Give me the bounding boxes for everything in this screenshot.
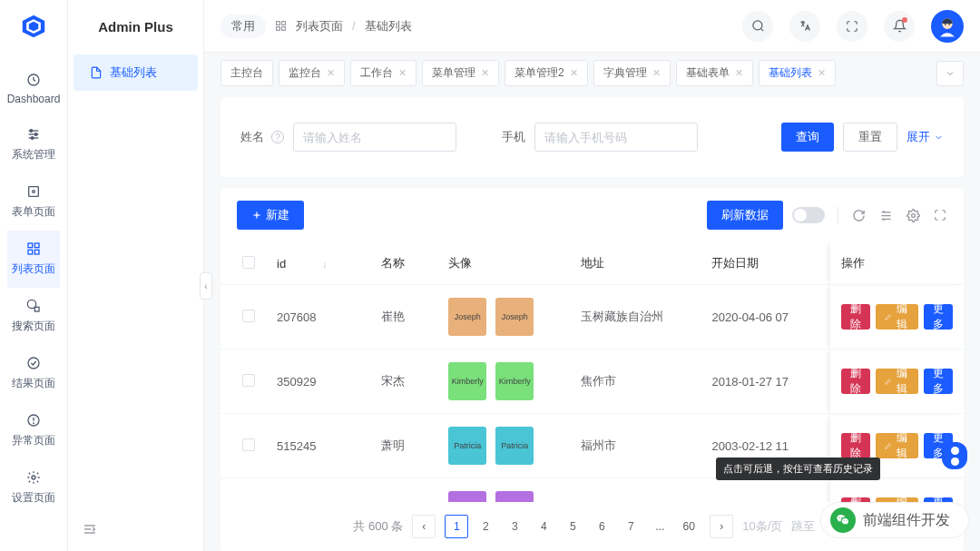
select-all-checkbox[interactable] xyxy=(242,256,255,269)
col-id[interactable]: id xyxy=(277,257,286,271)
notifications-button[interactable] xyxy=(884,11,915,42)
expand-link[interactable]: 展开 xyxy=(906,129,944,145)
row-checkbox[interactable] xyxy=(242,374,255,387)
collapse-handle[interactable]: ‹ xyxy=(200,272,212,300)
tab-6[interactable]: 基础表单✕ xyxy=(676,60,753,86)
avatar: Patricia xyxy=(495,427,534,465)
more-button[interactable]: 更多 xyxy=(924,304,953,330)
language-button[interactable] xyxy=(789,11,820,42)
rail-item-0[interactable]: Dashboard xyxy=(7,62,61,116)
close-icon[interactable]: ✕ xyxy=(818,67,826,79)
rail-item-4[interactable]: 搜索页面 xyxy=(7,288,61,345)
rail-item-2[interactable]: 表单页面 xyxy=(7,173,61,231)
tab-3[interactable]: 菜单管理✕ xyxy=(422,60,499,86)
sort-icon[interactable]: ↓ xyxy=(322,259,328,270)
close-icon[interactable]: ✕ xyxy=(735,67,743,79)
density-icon[interactable] xyxy=(878,208,893,222)
avatar: Patricia xyxy=(448,427,486,465)
close-icon[interactable]: ✕ xyxy=(398,67,407,79)
fullscreen-button[interactable] xyxy=(837,11,867,42)
avatar: Linda xyxy=(448,491,486,502)
col-date[interactable]: 开始日期 xyxy=(701,242,830,285)
query-button[interactable]: 查询 xyxy=(781,123,834,152)
result-icon xyxy=(26,356,41,370)
close-icon[interactable]: ✕ xyxy=(570,67,578,79)
page-4[interactable]: 4 xyxy=(532,515,555,538)
submenu-item-basic-list[interactable]: 基础列表 xyxy=(74,54,198,91)
page-7[interactable]: 7 xyxy=(619,515,642,538)
edit-button[interactable]: 编辑 xyxy=(876,369,918,394)
page-5[interactable]: 5 xyxy=(561,515,584,538)
tab-2[interactable]: 工作台✕ xyxy=(350,60,416,86)
prev-page-button[interactable]: ‹ xyxy=(412,515,436,538)
breadcrumb-chip[interactable]: 常用 xyxy=(220,15,266,38)
tab-0[interactable]: 主控台 xyxy=(220,60,273,86)
reset-button[interactable]: 重置 xyxy=(843,123,897,152)
per-page[interactable]: 10条/页 xyxy=(742,518,782,535)
cell-addr: 海口市 xyxy=(570,478,701,503)
svg-point-11 xyxy=(33,191,35,193)
auto-refresh-switch[interactable] xyxy=(792,207,825,223)
search-icon xyxy=(26,299,41,313)
grid-icon xyxy=(275,20,287,32)
delete-button[interactable]: 删除 xyxy=(841,304,870,330)
edit-button[interactable]: 编辑 xyxy=(876,304,918,330)
tabs: 主控台监控台✕工作台✕菜单管理✕菜单管理2✕字典管理✕基础表单✕基础列表✕ xyxy=(204,53,980,86)
page-60[interactable]: 60 xyxy=(677,515,701,538)
close-icon[interactable]: ✕ xyxy=(327,67,335,79)
next-page-button[interactable]: › xyxy=(710,515,733,538)
rail-item-5[interactable]: 结果页面 xyxy=(7,345,61,402)
close-icon[interactable]: ✕ xyxy=(652,67,661,79)
delete-button[interactable]: 删除 xyxy=(841,369,870,394)
submenu: Admin Plus 基础列表 ‹ xyxy=(68,0,204,551)
refresh-button[interactable]: 刷新数据 xyxy=(707,201,783,230)
svg-point-22 xyxy=(32,476,35,479)
row-checkbox[interactable] xyxy=(242,310,255,322)
tabs-more[interactable] xyxy=(936,61,964,86)
close-icon[interactable]: ✕ xyxy=(481,67,489,79)
settings-icon xyxy=(26,470,41,485)
tab-5[interactable]: 字典管理✕ xyxy=(593,60,671,86)
tab-4[interactable]: 菜单管理2✕ xyxy=(505,60,588,86)
fold-button[interactable] xyxy=(83,522,97,536)
tab-1[interactable]: 监控台✕ xyxy=(279,60,345,86)
user-avatar[interactable] xyxy=(931,10,964,43)
rail-item-3[interactable]: 列表页面 xyxy=(7,231,61,288)
more-button[interactable]: 更多 xyxy=(924,369,953,394)
svg-rect-12 xyxy=(28,243,33,248)
page-1[interactable]: 1 xyxy=(445,515,468,538)
help-icon[interactable]: ? xyxy=(271,131,284,143)
rail-item-1[interactable]: 系统管理 xyxy=(7,116,61,173)
delete-button[interactable]: 删除 xyxy=(841,433,870,458)
app-title: Admin Plus xyxy=(68,0,203,53)
page-6[interactable]: 6 xyxy=(590,515,613,538)
float-toggle[interactable] xyxy=(942,442,967,469)
page-2[interactable]: 2 xyxy=(474,515,497,538)
column-settings-icon[interactable] xyxy=(906,208,920,222)
cell-name: 崔艳 xyxy=(370,285,437,349)
table-fullscreen-icon[interactable] xyxy=(933,208,947,222)
edit-button[interactable]: 编辑 xyxy=(876,433,918,458)
row-checkbox[interactable] xyxy=(242,438,255,451)
nav-rail: Dashboard系统管理表单页面列表页面搜索页面结果页面异常页面设置页面 xyxy=(0,0,68,551)
col-name[interactable]: 名称 xyxy=(370,242,437,285)
cell-id: 207608 xyxy=(266,285,370,349)
submenu-item-label: 基础列表 xyxy=(110,64,157,81)
table-row: 207608崔艳JosephJoseph玉树藏族自治州2020-04-06 07… xyxy=(220,285,964,349)
svg-rect-15 xyxy=(28,250,33,254)
table-row: 350929宋杰KimberlyKimberly焦作市2018-01-27 17… xyxy=(220,349,964,414)
search-button[interactable] xyxy=(742,11,773,42)
phone-input[interactable] xyxy=(534,123,698,152)
rail-item-6[interactable]: 异常页面 xyxy=(7,402,61,459)
reload-icon[interactable] xyxy=(851,208,866,222)
new-button[interactable]: 新建 xyxy=(237,201,304,230)
page-3[interactable]: 3 xyxy=(503,515,526,538)
tab-7[interactable]: 基础列表✕ xyxy=(759,60,836,86)
cell-name: 宋杰 xyxy=(370,349,437,414)
svg-line-31 xyxy=(760,28,763,31)
breadcrumb-section[interactable]: 列表页面 xyxy=(296,18,343,34)
rail-item-7[interactable]: 设置页面 xyxy=(7,459,61,517)
page-...[interactable]: ... xyxy=(648,515,671,538)
breadcrumb-current: 基础列表 xyxy=(365,18,412,34)
name-input[interactable] xyxy=(293,123,456,152)
